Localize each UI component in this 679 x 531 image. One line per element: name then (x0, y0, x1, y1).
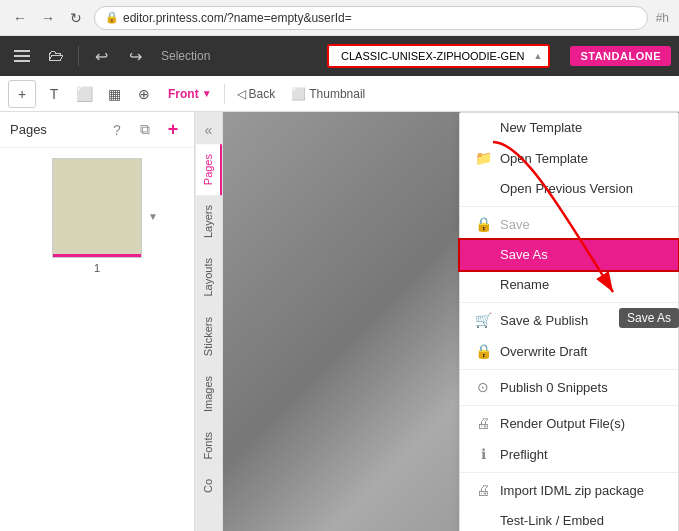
toolbar-divider-1 (78, 46, 79, 66)
save-publish-icon: 🛒 (474, 312, 492, 328)
separator-2 (460, 302, 678, 303)
preflight-label: Preflight (500, 447, 664, 462)
thumbnail-label: Thumbnail (309, 87, 365, 101)
page-1-thumbnail[interactable] (52, 158, 142, 258)
publish-snippets-label: Publish 0 Snippets (500, 380, 664, 395)
front-caret: ▼ (202, 88, 212, 99)
separator-3 (460, 369, 678, 370)
menu-item-overwrite-draft[interactable]: 🔒 Overwrite Draft (460, 336, 678, 367)
open-previous-label: Open Previous Version (500, 181, 664, 196)
pages-help-button[interactable]: ? (106, 119, 128, 141)
front-button[interactable]: Front ▼ (162, 83, 218, 105)
front-label: Front (168, 87, 199, 101)
pages-content: ▼ 1 (0, 148, 194, 531)
save-icon: 🔒 (474, 216, 492, 232)
text-tool[interactable]: T (40, 80, 68, 108)
tab-images[interactable]: Images (196, 366, 222, 422)
template-name: CLASSIC-UNISEX-ZIPHOODIE-GEN (341, 50, 524, 62)
new-template-label: New Template (500, 120, 664, 135)
reload-button[interactable]: ↻ (66, 8, 86, 28)
save-as-tooltip: Save As (619, 308, 679, 328)
save-label: Save (500, 217, 664, 232)
menu-item-import-idml[interactable]: 🖨 Import IDML zip package (460, 475, 678, 506)
canvas-tools: T ⬜ ▦ ⊕ (40, 80, 158, 108)
image-tool[interactable]: ⬜ (70, 80, 98, 108)
url-bar[interactable]: 🔒 editor.printess.com/?name=empty&userId… (94, 6, 648, 30)
overwrite-draft-label: Overwrite Draft (500, 344, 664, 359)
browser-hash: #h (656, 11, 669, 25)
rename-label: Rename (500, 277, 664, 292)
left-panel: Pages ? ⧉ + ▼ 1 (0, 112, 195, 531)
redo-button[interactable]: ↪ (121, 42, 149, 70)
back-icon: ◁ (237, 87, 246, 101)
page-caret-icon: ▼ (148, 211, 158, 222)
center-area: CLASSIC-UNISEX-ZIPHOODIE-GEN ▲ (327, 44, 550, 68)
pages-title: Pages (10, 122, 47, 137)
tab-co[interactable]: Co (196, 469, 222, 503)
main-area: Pages ? ⧉ + ▼ 1 « Pages Layers Layouts S… (0, 112, 679, 531)
save-as-label: Save As (500, 247, 664, 262)
undo-button[interactable]: ↩ (87, 42, 115, 70)
menu-item-render-output[interactable]: 🖨 Render Output File(s) (460, 408, 678, 439)
dropdown-icon: ▲ (534, 51, 543, 61)
back-label: Back (249, 87, 276, 101)
second-toolbar: + T ⬜ ▦ ⊕ Front ▼ ◁ Back ⬜ Thumbnail (0, 76, 679, 112)
separator-4 (460, 405, 678, 406)
thumbnail-icon: ⬜ (291, 87, 306, 101)
forward-button[interactable]: → (38, 8, 58, 28)
tab-pages[interactable]: Pages (196, 144, 222, 195)
thumbnail-button[interactable]: ⬜ Thumbnail (285, 83, 371, 105)
selection-label: Selection (155, 49, 216, 63)
menu-button[interactable] (8, 42, 36, 70)
preflight-icon: ℹ (474, 446, 492, 462)
publish-snippets-icon: ⊙ (474, 379, 492, 395)
tab-fonts[interactable]: Fonts (196, 422, 222, 470)
back-button[interactable]: ← (10, 8, 30, 28)
separator-1 (460, 206, 678, 207)
page-number: 1 (94, 262, 100, 274)
pages-header: Pages ? ⧉ + (0, 112, 194, 148)
import-idml-label: Import IDML zip package (500, 483, 664, 498)
save-as-tooltip-text: Save As (627, 311, 671, 325)
hamburger-line-1 (14, 50, 30, 52)
render-output-icon: 🖨 (474, 415, 492, 431)
tab-layers[interactable]: Layers (196, 195, 222, 248)
template-selector-button[interactable]: CLASSIC-UNISEX-ZIPHOODIE-GEN ▲ (327, 44, 550, 68)
menu-item-test-link[interactable]: Test-Link / Embed (460, 506, 678, 531)
extra-tool[interactable]: ⊕ (130, 80, 158, 108)
pages-copy-button[interactable]: ⧉ (134, 119, 156, 141)
url-secure-icon: 🔒 (105, 11, 119, 24)
page-active-indicator (53, 254, 141, 257)
canvas-area[interactable]: New Template 📁 Open Template Open Previo… (223, 112, 679, 531)
menu-item-publish-snippets[interactable]: ⊙ Publish 0 Snippets (460, 372, 678, 403)
page-1-wrapper: ▼ 1 (52, 158, 142, 274)
browser-bar: ← → ↻ 🔒 editor.printess.com/?name=empty&… (0, 0, 679, 36)
separator-5 (460, 472, 678, 473)
menu-item-new-template[interactable]: New Template (460, 113, 678, 143)
menu-item-save-as[interactable]: Save As (460, 240, 678, 270)
url-text: editor.printess.com/?name=empty&userId= (123, 11, 352, 25)
menu-item-preflight[interactable]: ℹ Preflight (460, 439, 678, 470)
standalone-badge[interactable]: STANDALONE (570, 46, 671, 66)
add-tool-button[interactable]: + (8, 80, 36, 108)
tab-stickers[interactable]: Stickers (196, 307, 222, 366)
menu-item-open-template[interactable]: 📁 Open Template (460, 143, 678, 174)
toolbar-separator (224, 84, 225, 104)
menu-item-open-previous[interactable]: Open Previous Version (460, 174, 678, 204)
folder-button[interactable]: 🗁 (42, 42, 70, 70)
render-output-label: Render Output File(s) (500, 416, 664, 431)
import-idml-icon: 🖨 (474, 482, 492, 498)
tab-layouts[interactable]: Layouts (196, 248, 222, 307)
hamburger-line-2 (14, 55, 30, 57)
app-toolbar: 🗁 ↩ ↪ Selection CLASSIC-UNISEX-ZIPHOODIE… (0, 36, 679, 76)
collapse-button[interactable]: « (195, 116, 223, 144)
open-template-icon: 📁 (474, 150, 492, 166)
open-template-label: Open Template (500, 151, 664, 166)
menu-item-rename[interactable]: Rename (460, 270, 678, 300)
back-button-toolbar[interactable]: ◁ Back (231, 83, 282, 105)
hamburger-line-3 (14, 60, 30, 62)
pages-add-button[interactable]: + (162, 119, 184, 141)
overwrite-draft-icon: 🔒 (474, 343, 492, 359)
barcode-tool[interactable]: ▦ (100, 80, 128, 108)
menu-item-save: 🔒 Save (460, 209, 678, 240)
